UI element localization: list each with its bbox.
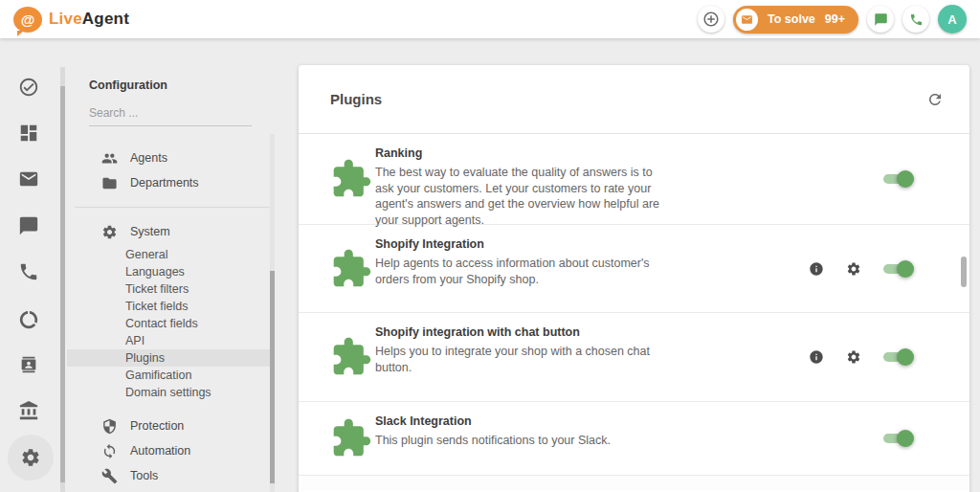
rail-scrollbar-thumb[interactable] bbox=[60, 86, 65, 482]
plugins-panel-header: Plugins bbox=[299, 65, 969, 134]
info-button[interactable] bbox=[809, 261, 824, 277]
subitem-plugins-active[interactable]: Plugins bbox=[67, 349, 274, 367]
plugin-name: Shopify Integration bbox=[375, 237, 969, 251]
donut-chart-icon bbox=[18, 309, 41, 330]
config-item-label: Automation bbox=[130, 444, 190, 458]
rail-dashboard-item[interactable] bbox=[18, 123, 41, 145]
configuration-title: Configuration bbox=[89, 78, 274, 92]
config-item-protection[interactable]: Protection bbox=[67, 414, 274, 438]
chat-bubble-icon bbox=[18, 215, 41, 236]
gear-icon bbox=[846, 261, 861, 277]
config-item-departments[interactable]: Departments bbox=[67, 170, 274, 195]
plugin-settings-button[interactable] bbox=[846, 261, 861, 277]
bank-icon bbox=[18, 400, 41, 421]
liveagent-logo[interactable]: @ LiveAgent bbox=[13, 7, 129, 33]
brand-name: LiveAgent bbox=[49, 10, 129, 29]
info-icon bbox=[809, 261, 824, 277]
puzzle-icon bbox=[328, 334, 374, 380]
configuration-panel: Configuration Agents Departments System … bbox=[67, 52, 274, 492]
subitem-ticket-fields[interactable]: Ticket fields bbox=[67, 298, 274, 315]
agents-people-icon bbox=[101, 150, 118, 167]
plugin-settings-button[interactable] bbox=[846, 349, 861, 365]
config-item-automation[interactable]: Automation bbox=[67, 438, 274, 463]
plugin-name: Ranking bbox=[375, 146, 969, 160]
subitem-api[interactable]: API bbox=[67, 332, 274, 349]
config-scrollbar[interactable] bbox=[270, 134, 275, 492]
logo-bubble-icon: @ bbox=[13, 7, 42, 33]
wrench-icon bbox=[101, 468, 118, 484]
config-scrollbar-thumb[interactable] bbox=[270, 271, 275, 483]
plugins-scrollbar-thumb[interactable] bbox=[961, 257, 967, 287]
brand-agent: Agent bbox=[82, 10, 129, 28]
dashboard-icon bbox=[18, 123, 41, 144]
puzzle-icon bbox=[328, 415, 374, 461]
avatar-letter: A bbox=[947, 12, 956, 27]
plugin-row-slack-integration: Slack Integration This plugin sends noti… bbox=[299, 402, 969, 476]
subitem-general[interactable]: General bbox=[67, 246, 274, 263]
folder-icon bbox=[101, 175, 118, 191]
plugin-row-partial bbox=[299, 476, 969, 491]
rail-reports-item[interactable] bbox=[18, 309, 41, 332]
rail-contacts-item[interactable] bbox=[18, 354, 41, 377]
plugin-description: The best way to evaluate the quality of … bbox=[375, 165, 674, 228]
plugin-name: Shopify integration with chat button bbox=[375, 325, 969, 339]
plugin-description: Help agents to access information about … bbox=[375, 256, 674, 287]
rail-tickets-item[interactable] bbox=[18, 77, 41, 100]
plugin-toggle-on[interactable] bbox=[883, 169, 914, 189]
plugin-toggle-on[interactable] bbox=[883, 347, 914, 367]
rail-settings-item-active[interactable] bbox=[8, 435, 54, 481]
check-circle-icon bbox=[18, 77, 41, 98]
subitem-domain-settings[interactable]: Domain settings bbox=[67, 384, 274, 401]
user-avatar[interactable]: A bbox=[938, 5, 967, 34]
brand-live: Live bbox=[49, 10, 82, 28]
chat-bubble-icon bbox=[874, 12, 888, 27]
subitem-contact-fields[interactable]: Contact fields bbox=[67, 315, 274, 332]
contact-card-icon bbox=[18, 354, 41, 375]
envelope-icon bbox=[736, 9, 758, 31]
plugin-row-ranking: Ranking The best way to evaluate the qua… bbox=[299, 134, 969, 225]
puzzle-icon bbox=[328, 246, 374, 292]
refresh-icon bbox=[926, 91, 944, 108]
info-icon bbox=[809, 349, 824, 365]
to-solve-label: To solve bbox=[768, 12, 815, 26]
gear-icon bbox=[101, 224, 118, 240]
phone-icon bbox=[909, 12, 924, 27]
to-solve-count-badge: 99+ bbox=[825, 12, 845, 26]
config-item-label: Tools bbox=[130, 469, 158, 482]
plugin-toggle-on[interactable] bbox=[883, 259, 914, 279]
chat-button[interactable] bbox=[867, 6, 894, 33]
settings-gear-icon bbox=[20, 447, 41, 468]
subitem-ticket-filters[interactable]: Ticket filters bbox=[67, 280, 274, 298]
rail-mail-item[interactable] bbox=[18, 168, 41, 191]
rail-chat-item[interactable] bbox=[18, 215, 41, 238]
sync-icon bbox=[101, 443, 118, 459]
config-divider bbox=[75, 207, 274, 208]
top-header: @ LiveAgent To solve 99+ bbox=[0, 0, 980, 38]
config-item-label: Agents bbox=[130, 151, 167, 165]
plugin-description: Helps you to integrate your shop with a … bbox=[375, 344, 674, 375]
config-search bbox=[89, 102, 252, 126]
config-item-system[interactable]: System bbox=[67, 219, 274, 244]
config-nav-list: Agents Departments System General Langua… bbox=[67, 145, 274, 488]
subitem-gamification[interactable]: Gamification bbox=[67, 367, 274, 384]
config-item-label: Departments bbox=[130, 176, 199, 190]
add-circle-icon bbox=[702, 11, 720, 28]
plugin-toggle-on[interactable] bbox=[883, 429, 914, 448]
plugin-name: Slack Integration bbox=[375, 414, 969, 428]
info-button[interactable] bbox=[809, 349, 824, 365]
shield-icon bbox=[101, 418, 118, 435]
plugins-panel: Plugins Ranking The best way to evaluate… bbox=[299, 65, 969, 492]
rail-call-item[interactable] bbox=[18, 261, 41, 284]
config-item-agents[interactable]: Agents bbox=[67, 145, 274, 170]
gear-icon bbox=[846, 349, 861, 365]
rail-billing-item[interactable] bbox=[18, 400, 41, 423]
config-item-tools[interactable]: Tools bbox=[67, 463, 274, 488]
call-button[interactable] bbox=[902, 6, 929, 33]
refresh-button[interactable] bbox=[926, 91, 944, 108]
subitem-languages[interactable]: Languages bbox=[67, 263, 274, 280]
rail-scrollbar[interactable] bbox=[60, 67, 65, 492]
to-solve-button[interactable]: To solve 99+ bbox=[733, 6, 858, 34]
add-button[interactable] bbox=[698, 6, 724, 33]
config-search-input[interactable] bbox=[89, 102, 252, 126]
config-item-label: System bbox=[130, 225, 170, 238]
